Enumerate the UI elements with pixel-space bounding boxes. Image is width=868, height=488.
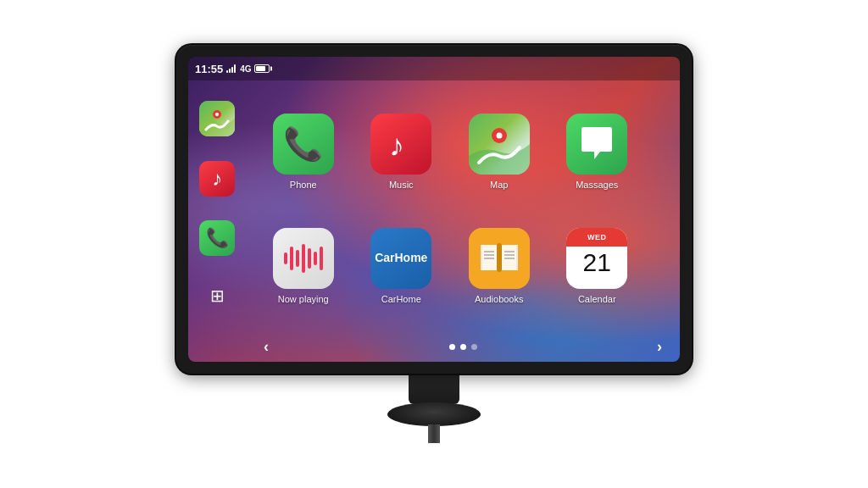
signal-bar-3 bbox=[231, 67, 233, 73]
app-item-calendar[interactable]: WED 21 Calendar bbox=[548, 208, 647, 323]
status-bar: 11:55 4G bbox=[188, 57, 680, 80]
carhome-app-label: CarHome bbox=[381, 294, 421, 304]
mount-post bbox=[428, 424, 440, 443]
carhome-app-icon: CarHome bbox=[370, 228, 431, 289]
device-mount bbox=[387, 374, 481, 443]
page-dot-1 bbox=[449, 344, 455, 350]
wave-bar-2 bbox=[290, 247, 293, 270]
music-app-icon: ♪ bbox=[370, 114, 431, 175]
calendar-date: 21 bbox=[583, 250, 611, 275]
nowplaying-app-icon bbox=[273, 228, 334, 289]
screen: 11:55 4G bbox=[188, 57, 680, 362]
svg-rect-8 bbox=[481, 245, 498, 270]
status-time: 11:55 bbox=[195, 63, 223, 75]
app-item-phone[interactable]: 📞 Phone bbox=[254, 94, 353, 208]
phone-emoji: 📞 bbox=[283, 125, 323, 163]
svg-rect-9 bbox=[481, 245, 482, 270]
app-item-carhome[interactable]: CarHome CarHome bbox=[353, 208, 451, 323]
battery-icon bbox=[254, 64, 270, 73]
app-grid: 📞 Phone ♪ Music bbox=[246, 80, 680, 331]
audiobooks-inner bbox=[469, 228, 530, 289]
phone-app-label: Phone bbox=[290, 180, 317, 190]
app-item-nowplaying[interactable]: Now playing bbox=[254, 208, 353, 323]
wave-bar-1 bbox=[284, 252, 287, 264]
calendar-app-label: Calendar bbox=[578, 294, 616, 304]
bottom-navigation-bar: ‹ › bbox=[246, 331, 680, 362]
carhome-text: CarHome bbox=[375, 251, 427, 265]
app-item-maps[interactable]: Map bbox=[450, 94, 548, 208]
battery-fill bbox=[256, 66, 265, 71]
audiobooks-app-label: Audiobooks bbox=[475, 294, 524, 304]
phone-icon: 📞 bbox=[206, 227, 229, 249]
page-dot-2 bbox=[460, 344, 466, 350]
maps-svg bbox=[469, 114, 530, 175]
signal-bar-4 bbox=[234, 64, 236, 73]
wave-bar-4 bbox=[302, 244, 305, 273]
svg-rect-12 bbox=[497, 243, 502, 272]
waveform-icon bbox=[284, 243, 323, 274]
sidebar-bottom: ⊞ bbox=[205, 280, 230, 311]
grid-layout-icon[interactable]: ⊞ bbox=[210, 286, 225, 306]
messages-app-icon bbox=[566, 114, 627, 175]
car-display-device: 11:55 4G bbox=[176, 45, 692, 443]
maps-app-label: Map bbox=[490, 180, 508, 190]
sidebar-music-icon[interactable]: ♪ bbox=[199, 161, 235, 197]
left-sidebar: ♪ 📞 ⊞ bbox=[188, 80, 246, 331]
app-item-messages[interactable]: Massages bbox=[548, 94, 647, 208]
svg-point-6 bbox=[496, 132, 502, 138]
music-app-label: Music bbox=[389, 180, 414, 190]
mount-neck bbox=[409, 374, 459, 404]
music-note-svg: ♪ bbox=[382, 125, 420, 163]
page-indicator bbox=[449, 344, 477, 350]
network-type: 4G bbox=[240, 64, 251, 74]
maps-app-icon bbox=[469, 114, 530, 175]
calendar-inner: WED 21 bbox=[566, 228, 627, 289]
app-item-music[interactable]: ♪ Music bbox=[353, 94, 451, 208]
audiobooks-svg bbox=[469, 228, 530, 289]
wave-bar-3 bbox=[296, 250, 299, 267]
signal-bars-icon bbox=[226, 64, 236, 73]
messages-app-label: Massages bbox=[576, 180, 618, 190]
messages-svg bbox=[577, 125, 616, 164]
wave-bar-6 bbox=[314, 252, 317, 265]
sidebar-maps-icon[interactable] bbox=[199, 101, 235, 136]
audiobooks-app-icon bbox=[469, 228, 530, 289]
wave-bar-5 bbox=[308, 248, 311, 269]
svg-rect-11 bbox=[516, 245, 518, 270]
nowplaying-app-label: Now playing bbox=[278, 294, 329, 304]
forward-arrow-button[interactable]: › bbox=[649, 336, 670, 357]
device-body: 11:55 4G bbox=[176, 45, 692, 374]
music-note-icon: ♪ bbox=[212, 167, 222, 191]
calendar-app-icon: WED 21 bbox=[566, 228, 627, 289]
back-arrow-button[interactable]: ‹ bbox=[256, 336, 276, 357]
app-item-audiobooks[interactable]: Audiobooks bbox=[450, 208, 548, 323]
signal-bar-2 bbox=[229, 69, 231, 73]
svg-text:♪: ♪ bbox=[389, 129, 404, 163]
status-icons: 4G bbox=[226, 64, 269, 74]
phone-app-icon: 📞 bbox=[273, 114, 334, 175]
calendar-header: WED bbox=[566, 228, 627, 247]
svg-rect-10 bbox=[501, 245, 518, 270]
calendar-month: WED bbox=[587, 233, 607, 241]
signal-bar-1 bbox=[226, 70, 228, 73]
svg-point-2 bbox=[215, 113, 219, 116]
mount-base bbox=[387, 402, 481, 426]
sidebar-phone-icon[interactable]: 📞 bbox=[199, 220, 235, 256]
wave-bar-7 bbox=[320, 247, 323, 270]
page-dot-3 bbox=[471, 344, 477, 350]
